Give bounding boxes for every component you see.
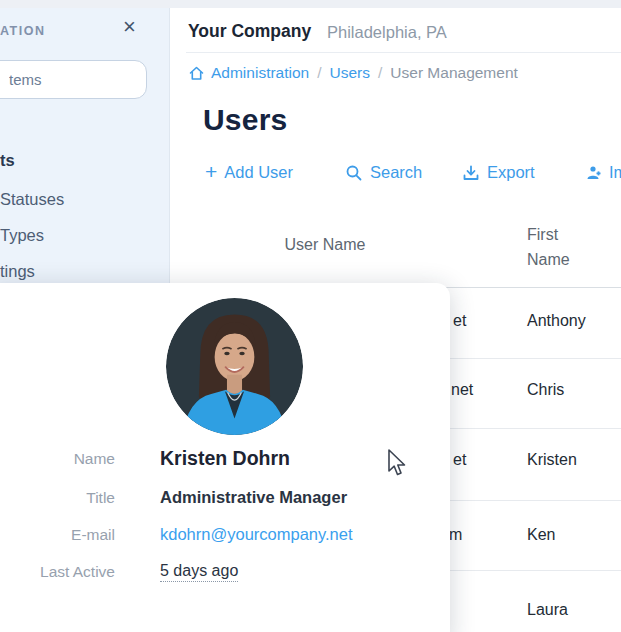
plus-icon: + bbox=[205, 161, 217, 182]
search-button[interactable]: Search bbox=[345, 163, 422, 182]
sidebar-item-types[interactable]: Types bbox=[0, 226, 44, 245]
export-button[interactable]: Export bbox=[462, 163, 535, 182]
top-strip bbox=[0, 0, 621, 8]
breadcrumb-separator: / bbox=[378, 64, 382, 82]
profile-name: Kristen Dohrn bbox=[160, 447, 290, 470]
table-row-user-name-fragment: m bbox=[449, 526, 462, 544]
company-location: Philadelphia, PA bbox=[327, 23, 447, 42]
export-label: Export bbox=[487, 163, 535, 182]
import-label: Im bbox=[609, 163, 621, 182]
last-active-label: Last Active bbox=[0, 563, 115, 581]
email-label: E-mail bbox=[0, 526, 115, 544]
close-icon[interactable]: × bbox=[123, 16, 136, 38]
search-icon bbox=[345, 164, 363, 182]
profile-title: Administrative Manager bbox=[160, 488, 347, 507]
add-user-label: Add User bbox=[224, 163, 293, 182]
table-row-user-name-fragment: net bbox=[451, 381, 473, 399]
avatar bbox=[166, 298, 303, 435]
export-download-icon bbox=[462, 164, 480, 182]
table-row-first-name: Kristen bbox=[527, 451, 577, 469]
sidebar-search-input[interactable] bbox=[0, 60, 147, 99]
home-icon bbox=[188, 65, 205, 82]
breadcrumb-administration-label: Administration bbox=[211, 64, 309, 82]
sidebar-item-1[interactable]: ts bbox=[0, 151, 15, 170]
profile-email-link[interactable]: kdohrn@yourcompany.net bbox=[160, 525, 353, 544]
sidebar-item-settings[interactable]: tings bbox=[0, 262, 35, 281]
search-label: Search bbox=[370, 163, 422, 182]
column-header-user-name[interactable]: User Name bbox=[240, 236, 410, 254]
table-row-first-name: Anthony bbox=[527, 312, 586, 330]
page-title: Users bbox=[203, 103, 287, 137]
import-user-icon bbox=[584, 164, 602, 182]
profile-last-active: 5 days ago bbox=[160, 562, 238, 582]
sidebar-item-statuses[interactable]: Statuses bbox=[0, 190, 64, 209]
breadcrumb-administration[interactable]: Administration bbox=[188, 64, 309, 82]
breadcrumb-separator: / bbox=[317, 64, 321, 82]
table-row-first-name: Chris bbox=[527, 381, 564, 399]
name-label: Name bbox=[0, 450, 115, 468]
breadcrumb-current: User Management bbox=[390, 64, 518, 82]
column-header-first-name[interactable]: First Name bbox=[527, 223, 582, 273]
table-row-first-name: Laura bbox=[527, 601, 568, 619]
company-name: Your Company bbox=[188, 21, 311, 42]
app-window: ATION × ts Statuses Types tings Your Com… bbox=[0, 0, 621, 632]
breadcrumb: Administration / Users / User Management bbox=[188, 64, 518, 82]
sidebar-title: ATION bbox=[0, 24, 45, 38]
breadcrumb-users[interactable]: Users bbox=[330, 64, 370, 82]
add-user-button[interactable]: + Add User bbox=[205, 163, 293, 182]
import-button[interactable]: Im bbox=[584, 163, 621, 182]
title-label: Title bbox=[0, 489, 115, 507]
table-row-user-name-fragment: et bbox=[453, 451, 466, 469]
header-divider bbox=[186, 52, 621, 53]
user-profile-popup: Name Kristen Dohrn Title Administrative … bbox=[0, 283, 450, 632]
table-row-user-name-fragment: et bbox=[453, 312, 466, 330]
table-row-first-name: Ken bbox=[527, 526, 555, 544]
